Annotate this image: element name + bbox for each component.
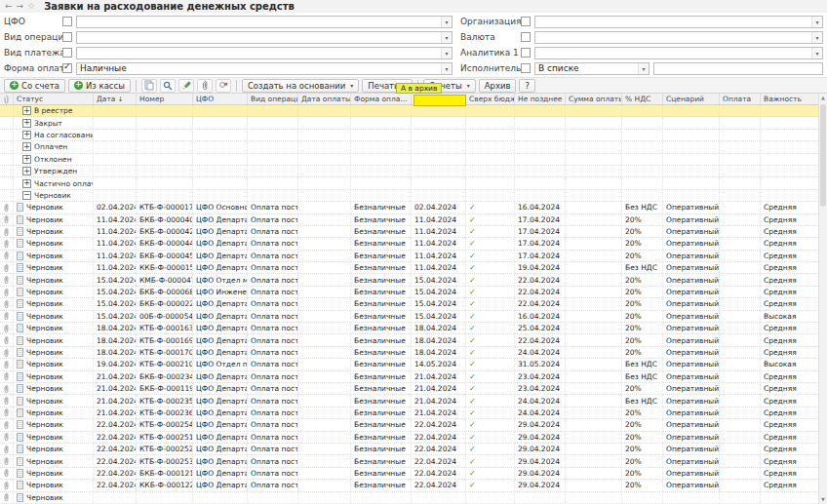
expand-group-icon[interactable]: + xyxy=(22,131,31,139)
expand-group-icon[interactable]: + xyxy=(22,142,31,151)
column-header-importance[interactable]: Важность xyxy=(761,94,818,104)
attachments-button[interactable] xyxy=(197,79,213,93)
payment-type-input[interactable]: ▾ xyxy=(76,47,453,59)
table-row[interactable]: Черновик22.04.2024БКБ-Ф-000121ЦФО Департ… xyxy=(0,468,818,480)
chevron-down-icon[interactable]: ▾ xyxy=(441,63,452,74)
analytics-checkbox[interactable] xyxy=(521,48,531,58)
column-header-attachment[interactable] xyxy=(0,94,14,104)
group-row[interactable]: +Отклонен xyxy=(0,154,818,166)
column-header-cfo[interactable]: ЦФО xyxy=(193,94,248,104)
scroll-down-arrow[interactable]: ▼ xyxy=(819,495,827,504)
group-row[interactable]: +Оплачен xyxy=(0,141,818,153)
table-row[interactable]: Черновик18.04.2024КТБ-Ф-000170ЦФО Департ… xyxy=(0,347,818,359)
operation-type-checkbox[interactable] xyxy=(62,32,72,42)
cancel-search-button[interactable] xyxy=(216,79,231,93)
quick-search-cell[interactable] xyxy=(414,95,466,106)
create-based-on-button[interactable]: Создать на основании▾ xyxy=(242,79,359,93)
payment-type-checkbox[interactable] xyxy=(62,48,72,58)
expand-group-icon[interactable]: + xyxy=(22,119,31,128)
executor-input[interactable] xyxy=(653,62,823,75)
group-row[interactable]: +На согласовании xyxy=(0,130,818,141)
create-from-cash-button[interactable]: +Из кассы xyxy=(68,79,131,93)
table-row[interactable]: Черновик xyxy=(0,492,818,504)
table-row[interactable]: Черновик15.04.202400Б-Ф-000054ЦФО Департ… xyxy=(0,311,818,323)
table-row[interactable]: Черновик15.04.2024БКБ-Ф-000068ЦФО Инжене… xyxy=(0,287,818,298)
help-button[interactable]: ? xyxy=(519,79,535,93)
expand-group-icon[interactable]: + xyxy=(22,179,31,188)
back-button[interactable]: ← xyxy=(5,2,13,11)
scroll-up-arrow[interactable]: ▲ xyxy=(819,94,827,102)
chevron-down-icon[interactable]: ▾ xyxy=(811,17,822,27)
table-row[interactable]: Черновик18.04.2024КТБ-Ф-000163ЦФО Департ… xyxy=(0,323,818,334)
group-row[interactable]: +Закрыт xyxy=(0,117,818,129)
expand-group-icon[interactable]: + xyxy=(22,167,31,175)
edit-button[interactable] xyxy=(178,79,194,93)
executor-condition-select[interactable]: В списке▾ xyxy=(534,62,650,75)
column-header-date[interactable]: Дата↓ xyxy=(94,94,137,104)
scrollbar-thumb[interactable] xyxy=(820,104,826,207)
forward-button[interactable]: → xyxy=(17,2,24,11)
table-row[interactable]: Черновик22.04.2024КТБ-Ф-000251ЦФО Департ… xyxy=(0,432,818,444)
column-header-number[interactable]: Номер xyxy=(137,94,193,104)
payment-form-input[interactable]: Наличные▾ xyxy=(76,62,453,75)
chevron-down-icon[interactable]: ▾ xyxy=(811,48,822,58)
favorite-star-icon[interactable]: ☆ xyxy=(27,2,35,11)
table-row[interactable]: Черновик21.04.2024БКБ-Ф-000234ЦФО Департ… xyxy=(0,371,818,383)
table-row[interactable]: Черновик02.04.2024КТБ-Ф-000017ЦФО Основн… xyxy=(0,202,818,213)
table-row[interactable]: Черновик11.04.2024БКБ-Ф-000042ЦФО Департ… xyxy=(0,226,818,238)
status-text: Черновик xyxy=(26,360,63,368)
column-header-not-later[interactable]: Не позднее xyxy=(515,94,566,104)
table-row[interactable]: Черновик22.04.2024ККБ-Ф-000122ЦФО Департ… xyxy=(0,480,818,491)
payment-form-checkbox[interactable] xyxy=(62,63,72,73)
column-header-over-budget[interactable]: Сверх бюджета xyxy=(466,94,515,104)
group-row[interactable]: +В реестре xyxy=(0,105,818,117)
chevron-down-icon[interactable]: ▾ xyxy=(811,32,822,43)
expand-group-icon[interactable]: + xyxy=(22,155,31,164)
currency-input[interactable]: ▾ xyxy=(534,31,823,44)
table-row[interactable]: Черновик11.04.2024БКБ-Ф-000044ЦФО Департ… xyxy=(0,238,818,250)
expand-group-icon[interactable]: + xyxy=(22,106,31,115)
table-row[interactable]: Черновик21.04.2024КТБ-Ф-000235ЦФО Департ… xyxy=(0,395,818,407)
column-header-scenario[interactable]: Сценарий xyxy=(663,94,720,104)
table-row[interactable]: Черновик15.04.2024КМБ-Ф-000047ЦФО Отдел … xyxy=(0,274,818,286)
archive-button[interactable]: Архив xyxy=(479,79,517,93)
column-header-operation-type[interactable]: Вид операции xyxy=(248,94,298,104)
group-row[interactable]: −Черновик xyxy=(0,190,818,202)
group-row[interactable]: +Частично оплачен xyxy=(0,177,818,189)
table-row[interactable]: Черновик19.04.2024КТБ-Ф-000210ЦФО Отдел … xyxy=(0,359,818,370)
table-row[interactable]: Черновик11.04.2024БКБ-Ф-000040ЦФО Департ… xyxy=(0,214,818,226)
collapse-group-icon[interactable]: − xyxy=(22,191,31,200)
cfo-checkbox[interactable] xyxy=(62,17,72,26)
table-row[interactable]: Черновик18.04.2024КТБ-Ф-000169ЦФО Департ… xyxy=(0,334,818,346)
create-from-account-button[interactable]: +Со счета xyxy=(4,79,65,93)
table-row[interactable]: Черновик22.04.2024КТБ-Ф-000253ЦФО Департ… xyxy=(0,455,818,467)
column-header-status[interactable]: Статус xyxy=(14,94,94,104)
table-row[interactable]: Черновик21.04.2024КТБ-Ф-000236ЦФО Департ… xyxy=(0,407,818,419)
copy-button[interactable] xyxy=(141,79,157,93)
table-row[interactable]: Черновик15.04.2024БКБ-Ф-000022ЦФО Департ… xyxy=(0,298,818,310)
search-button[interactable] xyxy=(160,79,176,93)
table-row[interactable]: Черновик22.04.2024КТБ-Ф-000252ЦФО Департ… xyxy=(0,444,818,455)
vertical-scrollbar[interactable]: ▲ ▼ xyxy=(818,94,827,504)
table-row[interactable]: Черновик22.04.2024КТБ-Ф-000254ЦФО Департ… xyxy=(0,419,818,431)
operation-type-input[interactable]: ▾ xyxy=(76,31,453,44)
organization-checkbox[interactable] xyxy=(521,17,531,26)
cfo-input[interactable]: ▾ xyxy=(76,16,453,28)
chevron-down-icon[interactable]: ▾ xyxy=(638,63,649,74)
column-header-payment-form[interactable]: Форма опла... xyxy=(351,94,412,104)
column-header-payment-sum[interactable]: Сумма оплаты xyxy=(566,94,622,104)
chevron-down-icon[interactable]: ▾ xyxy=(441,32,452,43)
group-row[interactable]: +Утвержден xyxy=(0,166,818,177)
column-header-payment-date[interactable]: Дата оплаты xyxy=(298,94,351,104)
table-row[interactable]: Черновик11.04.2024ККБ-Ф-000015ЦФО Департ… xyxy=(0,262,818,274)
currency-checkbox[interactable] xyxy=(521,32,531,42)
column-header-payment[interactable]: Оплата xyxy=(720,94,761,104)
chevron-down-icon[interactable]: ▾ xyxy=(441,48,452,58)
table-row[interactable]: Черновик11.04.2024БКБ-Ф-000045ЦФО Департ… xyxy=(0,251,818,262)
organization-input[interactable]: ▾ xyxy=(534,16,823,28)
executor-checkbox[interactable] xyxy=(521,63,531,73)
chevron-down-icon[interactable]: ▾ xyxy=(441,17,452,27)
column-header-vat[interactable]: % НДС xyxy=(622,94,663,104)
table-row[interactable]: Черновик21.04.2024БКБ-Ф-000119ЦФО Департ… xyxy=(0,383,818,395)
analytics-input[interactable]: ▾ xyxy=(534,47,823,59)
